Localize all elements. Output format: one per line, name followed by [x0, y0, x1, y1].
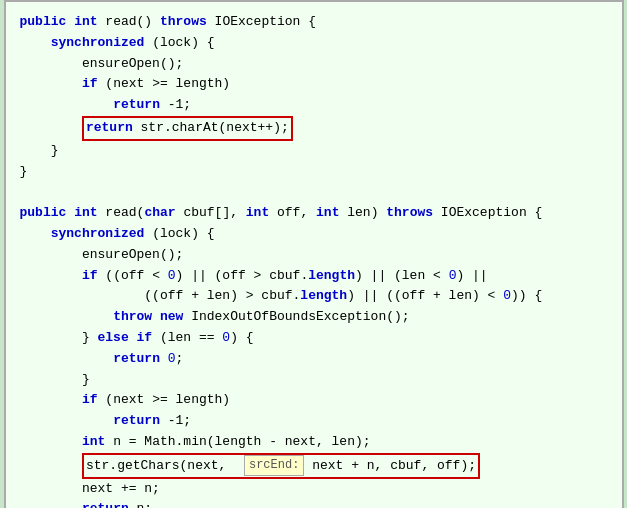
code-line-5: return -1; [20, 95, 608, 116]
code-line-16: } else if (len == 0) { [20, 328, 608, 349]
highlight-return: return str.charAt(next++); [82, 116, 293, 141]
code-line-11: synchronized (lock) { [20, 224, 608, 245]
code-line-1: public int read() throws IOException { [20, 12, 608, 33]
code-line-2: synchronized (lock) { [20, 33, 608, 54]
code-line-23: next += n; [20, 479, 608, 500]
code-line-10: public int read(char cbuf[], int off, in… [20, 203, 608, 224]
code-line-13: if ((off < 0) || (off > cbuf.length) || … [20, 266, 608, 287]
code-line-12: ensureOpen(); [20, 245, 608, 266]
code-line-15: throw new IndexOutOfBoundsException(); [20, 307, 608, 328]
highlight-getchars: str.getChars(next, srcEnd: next + n, cbu… [82, 453, 480, 479]
code-line-18: } [20, 370, 608, 391]
code-line-21: int n = Math.min(length - next, len); [20, 432, 608, 453]
code-line-17: return 0; [20, 349, 608, 370]
code-line-24: return n; [20, 499, 608, 508]
code-line-20: return -1; [20, 411, 608, 432]
code-line-14: ((off + len) > cbuf.length) || ((off + l… [20, 286, 608, 307]
code-line-9 [20, 182, 608, 203]
code-line-7: } [20, 141, 608, 162]
tooltip-srcend: srcEnd: [244, 455, 304, 476]
code-line-3: ensureOpen(); [20, 54, 608, 75]
code-line-22: str.getChars(next, srcEnd: next + n, cbu… [20, 453, 608, 479]
code-line-19: if (next >= length) [20, 390, 608, 411]
code-line-4: if (next >= length) [20, 74, 608, 95]
code-line-6: return str.charAt(next++); [20, 116, 608, 141]
code-line-8: } [20, 162, 608, 183]
code-editor: public int read() throws IOException { s… [4, 0, 624, 508]
